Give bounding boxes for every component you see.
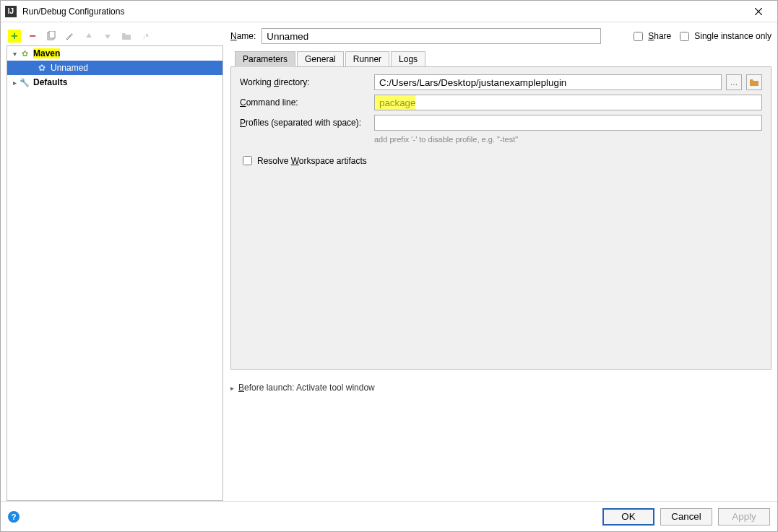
name-label: Name:: [230, 31, 256, 41]
share-checkbox[interactable]: Share: [631, 30, 671, 43]
profiles-row: Profiles (separated with space):: [240, 115, 762, 131]
move-down-button: [100, 29, 115, 43]
cmdline-input[interactable]: [374, 95, 762, 110]
folder-button: [119, 29, 134, 43]
svg-rect-3: [49, 31, 55, 38]
tab-general[interactable]: General: [297, 51, 344, 67]
tab-parameters[interactable]: Parameters: [235, 51, 295, 67]
tab-logs[interactable]: Logs: [391, 51, 425, 67]
before-launch-section[interactable]: ▸ Before launch: Activate tool window: [230, 383, 771, 393]
maven-icon: ✿: [19, 48, 30, 59]
folder-icon: [121, 32, 131, 40]
left-panel: + −: [7, 27, 223, 501]
tree-node-unnamed[interactable]: ✿ Unnamed: [7, 61, 222, 75]
resolve-row: Resolve Workspace artifacts: [240, 154, 762, 167]
resolve-label: Resolve Workspace artifacts: [257, 156, 367, 166]
cancel-button[interactable]: Cancel: [660, 508, 712, 526]
copy-button[interactable]: [44, 29, 59, 43]
tree-node-maven[interactable]: ▾ ✿ Maven: [7, 46, 222, 61]
app-icon: IJ: [5, 6, 17, 17]
config-toolbar: + −: [7, 27, 223, 45]
workdir-label: Working directory:: [240, 77, 370, 87]
profiles-label: Profiles (separated with space):: [240, 118, 370, 128]
close-icon: [755, 8, 762, 15]
profiles-input[interactable]: [374, 115, 762, 131]
tree-label: Unnamed: [51, 63, 88, 73]
single-instance-checkbox-box[interactable]: [680, 32, 689, 41]
single-instance-checkbox[interactable]: Single instance only: [677, 30, 771, 43]
tab-bar: Parameters General Runner Logs: [235, 51, 771, 67]
chevron-right-icon: ▸: [230, 384, 234, 392]
help-button[interactable]: ?: [8, 511, 20, 523]
tree-label: Defaults: [33, 77, 67, 87]
remove-button[interactable]: −: [25, 29, 40, 43]
name-row: Name: Share Single instance only: [230, 27, 771, 45]
maven-icon: ✿: [36, 62, 48, 74]
caret-right-icon: ▸: [10, 79, 19, 87]
tree-node-defaults[interactable]: ▸ 🔧 Defaults: [7, 75, 222, 90]
resolve-checkbox-box[interactable]: [243, 156, 252, 165]
ok-button[interactable]: OK: [602, 508, 654, 526]
path-vars-button[interactable]: [746, 74, 762, 90]
share-checkbox-box[interactable]: [634, 32, 643, 41]
folder-icon: [749, 78, 759, 87]
tab-runner[interactable]: Runner: [345, 51, 389, 67]
arrow-down-icon: [103, 32, 112, 40]
apply-button: Apply: [718, 508, 770, 526]
titlebar: IJ Run/Debug Configurations: [1, 1, 777, 22]
cmdline-row: Command line:: [240, 95, 762, 110]
name-input[interactable]: [262, 28, 601, 44]
wrench-icon: [65, 31, 75, 41]
wrench-icon: 🔧: [19, 77, 30, 88]
single-instance-label: Single instance only: [694, 31, 771, 41]
browse-button[interactable]: …: [726, 74, 742, 90]
workdir-input[interactable]: [374, 74, 722, 90]
sort-button: ↓ª: [138, 29, 152, 43]
workdir-row: Working directory: …: [240, 74, 762, 90]
before-launch-label: Before launch: Activate tool window: [238, 383, 375, 393]
copy-icon: [46, 31, 56, 41]
caret-down-icon: ▾: [10, 50, 19, 58]
share-label: Share: [648, 31, 671, 41]
resolve-checkbox[interactable]: Resolve Workspace artifacts: [240, 154, 367, 167]
right-panel: Name: Share Single instance only Paramet…: [230, 27, 771, 501]
content: + −: [1, 22, 777, 501]
window-title: Run/Debug Configurations: [22, 6, 742, 17]
dialog-footer: ? OK Cancel Apply: [1, 501, 777, 531]
settings-button[interactable]: [63, 29, 77, 43]
profiles-hint: add prefix '-' to disable profile, e.g. …: [374, 135, 762, 144]
move-up-button: [82, 29, 96, 43]
arrow-up-icon: [85, 32, 93, 40]
cmdline-label: Command line:: [240, 97, 370, 108]
tab-panel-parameters: Working directory: … Command line: Profi…: [230, 66, 771, 370]
add-button[interactable]: +: [8, 30, 21, 43]
config-tree[interactable]: ▾ ✿ Maven ✿ Unnamed ▸ 🔧 Defaults: [7, 45, 223, 501]
tree-label: Maven: [33, 48, 60, 58]
close-button[interactable]: [742, 1, 774, 22]
